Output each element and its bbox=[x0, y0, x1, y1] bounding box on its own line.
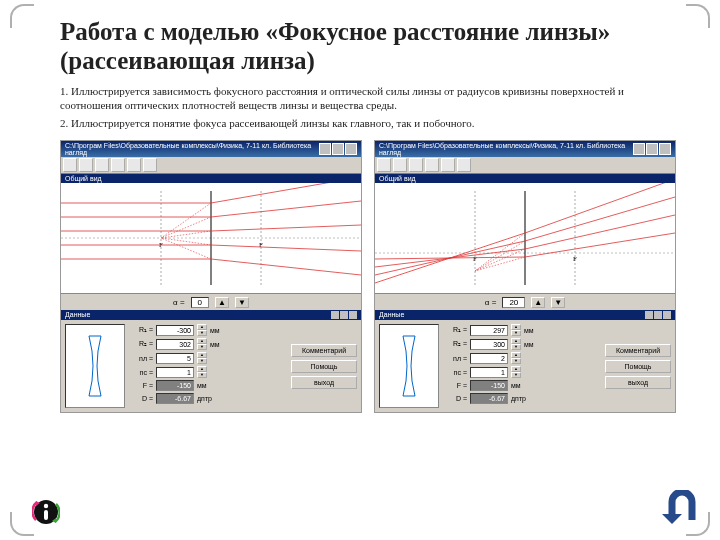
min-icon[interactable] bbox=[331, 311, 339, 319]
alpha-up-icon[interactable]: ▲ bbox=[531, 297, 545, 308]
svg-line-40 bbox=[475, 257, 525, 271]
comment-button[interactable]: Комментарий bbox=[291, 344, 357, 357]
close-icon[interactable] bbox=[659, 143, 671, 155]
svg-line-20 bbox=[161, 238, 211, 259]
lens-preview bbox=[379, 324, 439, 408]
alpha-control: α = 0 ▲ ▼ bbox=[61, 294, 361, 310]
input-r1[interactable]: -300 bbox=[156, 325, 194, 336]
output-d: -6.67 bbox=[470, 393, 508, 404]
svg-text:F: F bbox=[573, 255, 577, 263]
data-subtitle: Данные bbox=[375, 310, 675, 320]
toolbar bbox=[61, 157, 361, 174]
titlebar: С:\Програм Fіlеs\Образовательные комплек… bbox=[61, 141, 361, 157]
param-block: R₁ =297▲▼мм R₂ =300▲▼мм nл =2▲▼ nс =1▲▼ … bbox=[445, 324, 599, 408]
tool-icon[interactable] bbox=[425, 158, 439, 172]
svg-line-32 bbox=[525, 197, 675, 241]
max-icon[interactable] bbox=[340, 311, 348, 319]
alpha-label: α = bbox=[485, 298, 497, 307]
view-subtitle: Общий вид bbox=[61, 174, 361, 183]
tool-icon[interactable] bbox=[441, 158, 455, 172]
alpha-down-icon[interactable]: ▼ bbox=[235, 297, 249, 308]
input-nc[interactable]: 1 bbox=[156, 367, 194, 378]
info-icon[interactable] bbox=[32, 498, 60, 530]
input-r2[interactable]: 302 bbox=[156, 339, 194, 350]
paragraph-1: 1. Иллюстрируется зависимость фокусного … bbox=[60, 84, 680, 113]
max-icon[interactable] bbox=[332, 143, 344, 155]
svg-line-11 bbox=[211, 225, 361, 231]
close-icon[interactable] bbox=[345, 143, 357, 155]
tool-icon[interactable] bbox=[111, 158, 125, 172]
svg-line-16 bbox=[161, 203, 211, 238]
alpha-value[interactable]: 20 bbox=[502, 297, 525, 308]
alpha-up-icon[interactable]: ▲ bbox=[215, 297, 229, 308]
min-icon[interactable] bbox=[645, 311, 653, 319]
exit-button[interactable]: выход bbox=[291, 376, 357, 389]
svg-point-44 bbox=[44, 504, 48, 508]
panel-right: С:\Програм Fіlеs\Образовательные комплек… bbox=[374, 140, 676, 413]
view-subtitle: Общий вид bbox=[375, 174, 675, 183]
data-subtitle: Данные bbox=[61, 310, 361, 320]
toolbar bbox=[375, 157, 675, 174]
tool-icon[interactable] bbox=[409, 158, 423, 172]
input-nl[interactable]: 2 bbox=[470, 353, 508, 364]
svg-line-13 bbox=[211, 245, 361, 251]
back-u-turn-icon[interactable] bbox=[660, 490, 698, 528]
tool-icon[interactable] bbox=[377, 158, 391, 172]
svg-line-37 bbox=[475, 233, 525, 271]
slide-title: Работа с моделью «Фокусное расстояние ли… bbox=[60, 18, 680, 76]
min-icon[interactable] bbox=[633, 143, 645, 155]
output-f: -150 bbox=[470, 380, 508, 391]
svg-text:F: F bbox=[473, 255, 477, 263]
input-nl[interactable]: 5 bbox=[156, 353, 194, 364]
alpha-value[interactable]: 0 bbox=[191, 297, 209, 308]
svg-line-34 bbox=[525, 215, 675, 249]
window-path: С:\Програм Fіlеs\Образовательные комплек… bbox=[65, 142, 319, 156]
tool-icon[interactable] bbox=[393, 158, 407, 172]
min-icon[interactable] bbox=[319, 143, 331, 155]
tool-icon[interactable] bbox=[127, 158, 141, 172]
input-nc[interactable]: 1 bbox=[470, 367, 508, 378]
max-icon[interactable] bbox=[654, 311, 662, 319]
max-icon[interactable] bbox=[646, 143, 658, 155]
tool-icon[interactable] bbox=[63, 158, 77, 172]
titlebar: С:\Програм Fіlеs\Образовательные комплек… bbox=[375, 141, 675, 157]
svg-line-38 bbox=[475, 241, 525, 271]
svg-line-7 bbox=[211, 183, 361, 203]
svg-line-15 bbox=[211, 259, 361, 275]
close-icon[interactable] bbox=[663, 311, 671, 319]
close-icon[interactable] bbox=[349, 311, 357, 319]
panel-left: С:\Програм Fіlеs\Образовательные комплек… bbox=[60, 140, 362, 413]
screenshot-panels: С:\Програм Fіlеs\Образовательные комплек… bbox=[60, 140, 680, 413]
alpha-label: α = bbox=[173, 298, 185, 307]
help-button[interactable]: Помощь bbox=[605, 360, 671, 373]
input-r1[interactable]: 297 bbox=[470, 325, 508, 336]
window-path: С:\Програм Fіlеs\Образовательные комплек… bbox=[379, 142, 633, 156]
tool-icon[interactable] bbox=[143, 158, 157, 172]
output-f: -150 bbox=[156, 380, 194, 391]
tool-icon[interactable] bbox=[95, 158, 109, 172]
optics-plot-right: F F bbox=[375, 183, 675, 294]
help-button[interactable]: Помощь bbox=[291, 360, 357, 373]
optics-plot-left: F F bbox=[61, 183, 361, 294]
svg-line-18 bbox=[161, 231, 211, 238]
alpha-control: α = 20 ▲ ▼ bbox=[375, 294, 675, 310]
alpha-down-icon[interactable]: ▼ bbox=[551, 297, 565, 308]
svg-rect-45 bbox=[44, 510, 48, 520]
svg-line-19 bbox=[161, 238, 211, 245]
comment-button[interactable]: Комментарий bbox=[605, 344, 671, 357]
lens-preview bbox=[65, 324, 125, 408]
tool-icon[interactable] bbox=[79, 158, 93, 172]
paragraph-2: 2. Иллюстрируется понятие фокуса рассеив… bbox=[60, 116, 680, 130]
svg-line-30 bbox=[525, 183, 675, 233]
svg-line-9 bbox=[211, 201, 361, 217]
svg-marker-48 bbox=[662, 514, 682, 524]
tool-icon[interactable] bbox=[457, 158, 471, 172]
input-r2[interactable]: 300 bbox=[470, 339, 508, 350]
output-d: -6.67 bbox=[156, 393, 194, 404]
exit-button[interactable]: выход bbox=[605, 376, 671, 389]
param-block: R₁ =-300▲▼мм R₂ =302▲▼мм nл =5▲▼ nс =1▲▼… bbox=[131, 324, 285, 408]
svg-text:F: F bbox=[259, 241, 263, 249]
